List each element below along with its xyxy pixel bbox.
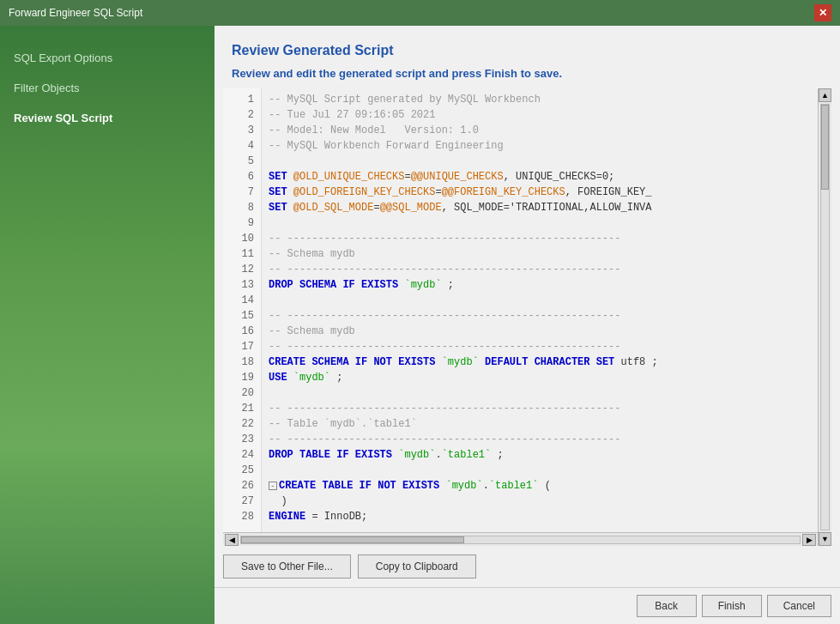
- scroll-track[interactable]: [240, 536, 801, 544]
- horizontal-scrollbar[interactable]: ◀ ▶: [223, 532, 818, 546]
- action-buttons: Save to Other File... Copy to Clipboard: [215, 546, 840, 587]
- cancel-button[interactable]: Cancel: [767, 595, 831, 617]
- close-button[interactable]: ✕: [814, 4, 831, 21]
- page-title: Review Generated Script: [232, 43, 823, 58]
- sidebar: SQL Export Options Filter Objects Review…: [0, 26, 215, 624]
- code-scroll-area[interactable]: 1234567891011121314151617181920212223242…: [223, 88, 818, 532]
- v-scroll-track[interactable]: [820, 104, 830, 530]
- finish-button[interactable]: Finish: [702, 595, 762, 617]
- v-scroll-thumb[interactable]: [821, 105, 829, 190]
- scroll-up-button[interactable]: ▲: [819, 88, 831, 102]
- editor-inner: 1234567891011121314151617181920212223242…: [223, 88, 818, 546]
- editor-container: 1234567891011121314151617181920212223242…: [223, 88, 831, 546]
- copy-to-clipboard-button[interactable]: Copy to Clipboard: [358, 554, 476, 579]
- scroll-down-button[interactable]: ▼: [819, 532, 831, 546]
- sidebar-item-sql-export[interactable]: SQL Export Options: [0, 43, 215, 73]
- page-subtitle: Review and edit the generated script and…: [232, 67, 823, 80]
- save-to-file-button[interactable]: Save to Other File...: [223, 554, 351, 579]
- scroll-left-button[interactable]: ◀: [225, 534, 239, 546]
- sidebar-item-review-sql[interactable]: Review SQL Script: [0, 103, 215, 133]
- content-header: Review Generated Script Review and edit …: [215, 26, 840, 88]
- content-area: Review Generated Script Review and edit …: [215, 26, 840, 624]
- sidebar-item-filter-objects[interactable]: Filter Objects: [0, 73, 215, 103]
- vertical-scrollbar[interactable]: ▲ ▼: [818, 88, 831, 546]
- line-numbers: 1234567891011121314151617181920212223242…: [223, 88, 262, 532]
- window-title: Forward Engineer SQL Script: [9, 7, 142, 19]
- main-container: SQL Export Options Filter Objects Review…: [0, 26, 840, 624]
- code-content[interactable]: -- MySQL Script generated by MySQL Workb…: [262, 88, 818, 532]
- footer: Back Finish Cancel: [215, 587, 840, 624]
- title-bar: Forward Engineer SQL Script ✕: [0, 0, 840, 26]
- scroll-thumb[interactable]: [241, 536, 464, 543]
- back-button[interactable]: Back: [637, 595, 697, 617]
- scroll-right-button[interactable]: ▶: [802, 534, 816, 546]
